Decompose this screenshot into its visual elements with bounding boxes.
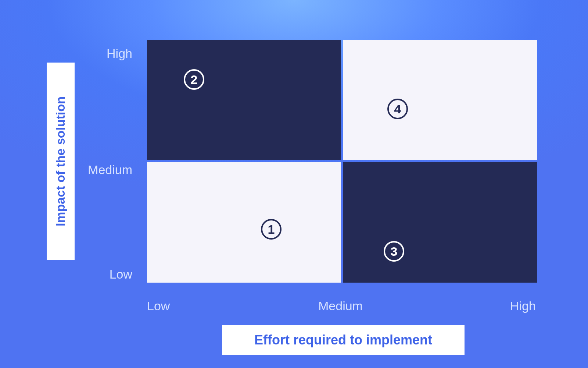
quadrant-number-1: 1 [261,219,282,240]
y-axis-title: Impact of the solution [47,63,75,260]
quadrant-bottom-right: 3 [343,162,537,283]
impact-effort-matrix: Impact of the solution High Medium Low 2… [0,0,588,368]
x-tick-high: High [510,299,536,313]
quadrant-number-4: 4 [387,99,408,119]
x-axis-title-text: Effort required to implement [254,332,432,348]
x-axis-title: Effort required to implement [222,325,465,355]
y-tick-low: Low [0,267,140,282]
x-tick-low: Low [147,299,170,313]
quadrant-number-3: 3 [384,241,404,262]
quadrant-top-right: 4 [343,40,537,160]
y-tick-high: High [0,46,140,61]
x-tick-medium: Medium [318,299,363,313]
y-tick-medium: Medium [0,163,140,177]
quadrant-bottom-left: 1 [147,162,341,283]
quadrant-top-left: 2 [147,40,341,160]
quadrant-grid: 2 4 1 3 [147,40,537,283]
y-axis-title-text: Impact of the solution [54,96,68,226]
quadrant-number-2: 2 [184,69,204,90]
